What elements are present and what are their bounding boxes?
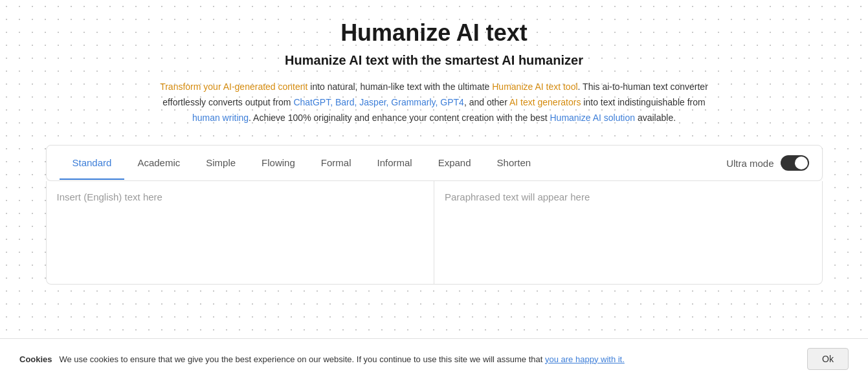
ultra-mode-section: Ultra mode	[726, 155, 808, 171]
cookie-link[interactable]: you are happy with it.	[545, 354, 625, 364]
ultra-mode-label: Ultra mode	[726, 158, 773, 169]
tab-flowing[interactable]: Flowing	[249, 147, 308, 180]
editor-right-placeholder: Paraphrased text will appear here	[445, 191, 590, 202]
editor-output-area: Paraphrased text will appear here	[434, 181, 822, 284]
editor-input-area[interactable]: Insert (English) text here	[47, 181, 435, 284]
tab-expand[interactable]: Expand	[425, 147, 484, 180]
cookie-message: We use cookies to ensure that we give yo…	[59, 354, 545, 364]
editor-container: Insert (English) text here Paraphrased t…	[46, 181, 823, 285]
tab-informal[interactable]: Informal	[364, 147, 425, 180]
tabs-list: Standard Academic Simple Flowing Formal …	[60, 147, 727, 180]
tab-shorten[interactable]: Shorten	[484, 147, 544, 180]
page-title: Humanize AI text	[156, 19, 713, 47]
cookie-bar: Cookies We use cookies to ensure that we…	[0, 338, 868, 379]
page-subtitle: Humanize AI text with the smartest AI hu…	[156, 53, 713, 68]
toggle-knob	[795, 157, 808, 169]
cookie-text: Cookies We use cookies to ensure that we…	[19, 354, 794, 364]
cookie-label: Cookies	[19, 354, 52, 364]
tab-formal[interactable]: Formal	[308, 147, 364, 180]
tab-standard[interactable]: Standard	[60, 147, 125, 180]
ultra-mode-toggle[interactable]	[781, 155, 809, 171]
cookie-ok-button[interactable]: Ok	[807, 348, 849, 370]
tabs-bar: Standard Academic Simple Flowing Formal …	[46, 145, 823, 181]
page-description: Transform your AI-generated content into…	[156, 80, 713, 125]
tab-simple[interactable]: Simple	[193, 147, 249, 180]
tab-academic[interactable]: Academic	[124, 147, 193, 180]
editor-left-placeholder: Insert (English) text here	[57, 191, 162, 202]
